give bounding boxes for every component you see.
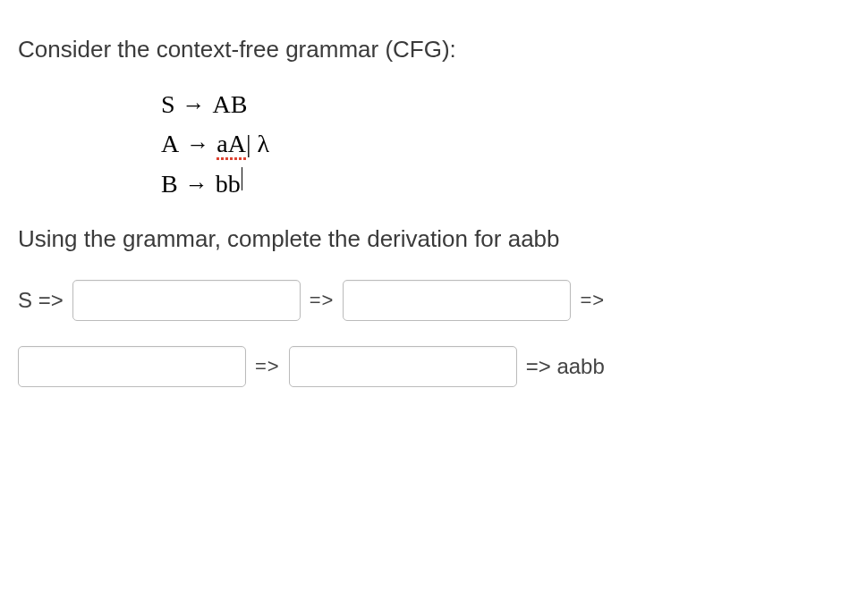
derivation-container: S => => => => => aabb <box>18 280 848 387</box>
grammar-rule-1: S → AB <box>161 90 848 119</box>
instruction-text: Using the grammar, complete the derivati… <box>18 225 848 253</box>
grammar-rule-2: A → aA | λ <box>161 130 848 158</box>
grammar-rules: S → AB A → aA | λ B → bb <box>161 90 848 198</box>
rule1-rhs: AB <box>213 90 248 119</box>
rule2-rhs-rest: | λ <box>246 130 269 158</box>
derive-arrow-2: => <box>580 289 605 312</box>
derivation-input-3[interactable] <box>18 346 246 387</box>
derivation-final: => aabb <box>526 354 605 379</box>
derivation-start: S => <box>18 288 64 313</box>
rule2-lhs: A <box>161 130 179 158</box>
derivation-row-1: S => => => <box>18 280 848 321</box>
intro-text: Consider the context-free grammar (CFG): <box>18 36 848 63</box>
arrow-icon: → <box>186 131 209 158</box>
derivation-input-2[interactable] <box>343 280 571 321</box>
rule3-lhs: B <box>161 170 178 198</box>
arrow-icon: → <box>183 92 206 119</box>
arrow-icon: → <box>185 172 208 198</box>
grammar-rule-3: B → bb <box>161 169 848 198</box>
text-cursor <box>242 167 243 190</box>
rule2-rhs-underlined: aA <box>216 130 246 158</box>
rule3-rhs: bb <box>216 170 241 198</box>
rule1-lhs: S <box>161 90 175 119</box>
derivation-input-4[interactable] <box>289 346 517 387</box>
derive-arrow-1: => <box>310 289 335 312</box>
derivation-input-1[interactable] <box>72 280 301 321</box>
derive-arrow-3: => <box>255 355 280 378</box>
derivation-row-2: => => aabb <box>18 346 848 387</box>
